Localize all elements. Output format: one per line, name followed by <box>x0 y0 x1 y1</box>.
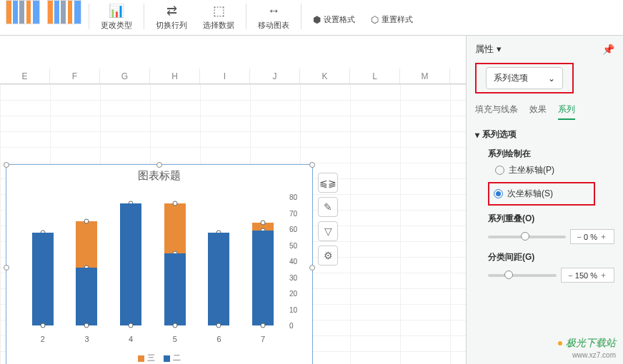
plus-icon[interactable]: ＋ <box>597 231 609 242</box>
col-header[interactable]: M <box>400 69 450 84</box>
x-axis: 234567 <box>21 335 285 343</box>
legend-item[interactable]: 二 <box>164 353 181 363</box>
bar-segment-orange[interactable] <box>76 221 97 268</box>
chart-legend[interactable]: 三 二 <box>6 353 312 363</box>
col-header[interactable]: G <box>100 69 150 84</box>
slider-thumb[interactable] <box>504 271 513 279</box>
change-chart-type-button[interactable]: 📊 更改类型 <box>96 0 136 32</box>
bar-segment-blue[interactable] <box>32 233 54 326</box>
select-data-button[interactable]: ⬚ 选择数据 <box>199 0 239 32</box>
col-header[interactable]: I <box>200 69 250 84</box>
col-header[interactable]: L <box>350 69 400 84</box>
move-chart-button[interactable]: ↔ 移动图表 <box>254 0 294 32</box>
section-series-options[interactable]: ▾ 系列选项 <box>475 128 614 141</box>
chart-preset-thumb[interactable] <box>6 0 40 24</box>
plot-area[interactable] <box>21 197 285 325</box>
swap-rows-cols-button[interactable]: ⇄ 切换行列 <box>151 0 191 32</box>
bar-segment-blue[interactable] <box>208 233 229 326</box>
radio-icon <box>495 166 504 175</box>
data-point-handle[interactable] <box>172 323 177 328</box>
col-header[interactable]: E <box>0 69 50 84</box>
radio-label: 次坐标轴(S) <box>507 188 553 200</box>
separator <box>301 4 301 29</box>
filter-icon: ▽ <box>324 226 332 237</box>
spinner-value: 150 % <box>575 271 597 280</box>
overlap-slider[interactable] <box>488 236 566 238</box>
data-point-handle[interactable] <box>172 201 177 206</box>
chart-elements-button[interactable]: ⫹⫺ <box>318 173 338 193</box>
resize-handle[interactable] <box>309 265 315 271</box>
bar-segment-orange[interactable] <box>164 203 186 253</box>
brand-url: www.xz7.com <box>572 351 616 359</box>
resize-handle[interactable] <box>156 162 162 168</box>
bar-group[interactable] <box>72 221 101 325</box>
data-point-handle[interactable] <box>261 221 266 226</box>
separator <box>89 4 89 29</box>
data-point-handle[interactable] <box>84 323 89 328</box>
chart-filter-button[interactable]: ▽ <box>318 221 338 241</box>
chart-object[interactable]: 图表标题 01020304050607080 234567 三 二 <box>6 164 313 364</box>
plus-icon[interactable]: ＋ <box>597 270 609 280</box>
secondary-axis-radio[interactable]: 次坐标轴(S) <box>494 188 589 200</box>
button-label: 选择数据 <box>203 20 234 31</box>
properties-panel: 属性 ▾ 📌 系列选项 ⌄ 填充与线条 效果 系列 ▾ 系列选项 系列绘制在 主… <box>466 36 623 364</box>
axis-tick: 40 <box>289 258 297 266</box>
axis-tick: 4 <box>129 335 133 343</box>
ribbon-toolbar: 📊 更改类型 ⇄ 切换行列 ⬚ 选择数据 ↔ 移动图表 ⬢ 设置格式 ⬡ 重置样… <box>0 0 623 36</box>
pin-icon[interactable]: 📌 <box>602 44 614 55</box>
legend-label: 三 <box>147 353 155 362</box>
data-point-handle[interactable] <box>216 323 221 328</box>
data-point-handle[interactable] <box>129 323 134 328</box>
bar-group[interactable] <box>204 233 233 326</box>
tab-fill-line[interactable]: 填充与线条 <box>475 103 518 120</box>
chart-settings-button[interactable]: ⚙ <box>318 246 338 266</box>
bar-segment-blue[interactable] <box>164 253 186 325</box>
axis-tick: 2 <box>41 335 45 343</box>
radio-icon <box>494 189 503 198</box>
set-format-button[interactable]: ⬢ 设置格式 <box>309 13 359 26</box>
primary-axis-radio[interactable]: 主坐标轴(P) <box>495 164 614 176</box>
axis-tick: 7 <box>261 335 265 343</box>
bar-segment-blue[interactable] <box>120 203 141 325</box>
slider-thumb[interactable] <box>521 232 529 241</box>
series-options-dropdown[interactable]: 系列选项 ⌄ <box>486 67 563 89</box>
tab-series[interactable]: 系列 <box>558 103 575 120</box>
bar-group[interactable] <box>116 203 145 325</box>
overlap-spinner[interactable]: − 0 % ＋ <box>570 229 614 244</box>
col-header[interactable]: H <box>150 69 200 84</box>
minus-icon[interactable]: − <box>566 271 574 280</box>
tab-effects[interactable]: 效果 <box>529 103 547 120</box>
gap-slider[interactable] <box>488 274 557 277</box>
resize-handle[interactable] <box>4 162 9 168</box>
col-header[interactable]: F <box>50 69 100 84</box>
data-point-handle[interactable] <box>84 218 89 223</box>
panel-title: 属性 ▾ <box>475 43 502 56</box>
axis-tick: 30 <box>289 273 297 281</box>
data-point-handle[interactable] <box>40 323 45 328</box>
select-data-icon: ⬚ <box>213 3 225 19</box>
bar-group[interactable] <box>249 223 277 325</box>
legend-item[interactable]: 三 <box>138 353 155 363</box>
resize-handle[interactable] <box>309 162 315 168</box>
bar-segment-blue[interactable] <box>76 268 97 325</box>
resize-handle[interactable] <box>4 265 9 271</box>
minus-icon[interactable]: − <box>575 233 584 241</box>
gap-spinner[interactable]: − 150 % ＋ <box>561 268 614 283</box>
panel-tabs: 填充与线条 效果 系列 <box>475 103 614 120</box>
chart-preset-thumb[interactable] <box>47 0 81 24</box>
bar-segment-blue[interactable] <box>252 231 274 325</box>
brush-icon: ✎ <box>324 201 332 213</box>
col-header[interactable]: J <box>250 69 300 84</box>
spreadsheet-area[interactable]: E F G H I J K L M 图表标题 0102030405060708 <box>0 36 466 364</box>
axis-tick: 3 <box>84 335 89 343</box>
data-point-handle[interactable] <box>261 323 266 328</box>
reset-style-button[interactable]: ⬡ 重置样式 <box>367 13 417 26</box>
chart-mini-toolbar: ⫹⫺ ✎ ▽ ⚙ <box>318 173 338 266</box>
bar-group[interactable] <box>161 203 189 325</box>
col-header[interactable]: K <box>300 69 350 84</box>
axis-tick: 6 <box>216 335 221 343</box>
chart-style-button[interactable]: ✎ <box>318 197 338 217</box>
legend-label: 二 <box>173 353 181 362</box>
chart-title[interactable]: 图表标题 <box>6 165 312 184</box>
bar-group[interactable] <box>29 233 57 326</box>
